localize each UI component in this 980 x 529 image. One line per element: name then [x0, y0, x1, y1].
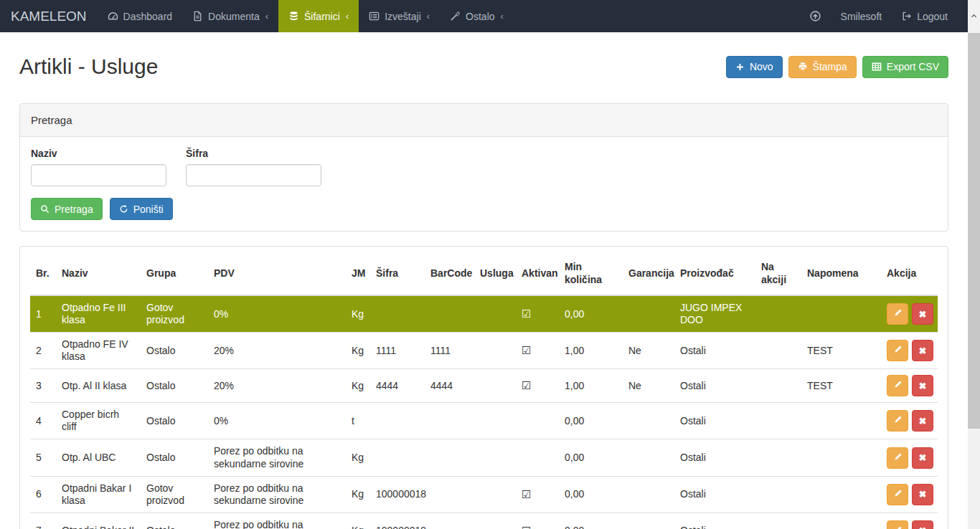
- cell-proizvodjac: Ostali: [674, 369, 755, 403]
- nav-company[interactable]: Smilesoft: [841, 11, 882, 22]
- cell-proizvodjac: Ostali: [674, 333, 755, 369]
- delete-button[interactable]: ✖: [912, 484, 933, 505]
- table-row[interactable]: 2 Otpadno FE IV klasa Ostalo 20% Kg 1111…: [30, 333, 938, 369]
- page-container: Artikli - Usluge Novo Štampa Export CSV …: [19, 51, 948, 529]
- stampa-button[interactable]: Štampa: [788, 56, 857, 78]
- cell-garancija: [623, 513, 674, 529]
- delete-button[interactable]: ✖: [912, 410, 933, 432]
- pretraga-button[interactable]: Pretraga: [31, 198, 103, 220]
- cell-na-akciji: [755, 295, 801, 333]
- sifra-field: Šifra: [186, 148, 321, 186]
- cell-napomena: [801, 295, 881, 333]
- cell-naziv: Otpadni Bakar I klasa: [56, 476, 141, 513]
- x-icon: ✖: [919, 310, 927, 319]
- search-icon: [40, 204, 50, 214]
- cell-pdv: 0%: [208, 295, 346, 333]
- edit-button[interactable]: [887, 340, 908, 361]
- x-icon: ✖: [919, 346, 927, 356]
- arrow-circle-up-icon[interactable]: [809, 10, 821, 22]
- navbar-right: Smilesoft Logout: [809, 0, 968, 32]
- cell-napomena: TEST: [801, 369, 881, 403]
- edit-button[interactable]: [887, 520, 908, 529]
- plus-icon: [735, 62, 745, 72]
- delete-button[interactable]: ✖: [912, 447, 933, 469]
- printer-icon: [798, 62, 808, 72]
- scrollbar-thumb[interactable]: [968, 33, 980, 429]
- cell-br: 3: [30, 369, 56, 403]
- cell-pdv: Porez po odbitku na sekundarne sirovine: [208, 439, 346, 476]
- cell-grupa: Gotov proizvod: [141, 295, 208, 333]
- edit-button[interactable]: [887, 484, 908, 505]
- stampa-label: Štampa: [813, 61, 847, 72]
- nav-item-ostalo[interactable]: Ostalo ‹: [440, 0, 514, 32]
- col-header-napomena: Napomena: [801, 252, 881, 295]
- table-row[interactable]: 3 Otp. Al II klasa Ostalo 20% Kg 4444 44…: [30, 369, 938, 403]
- pencil-icon: [893, 345, 903, 356]
- nav-item-sifarnici[interactable]: Šifarnici ‹: [278, 0, 359, 32]
- table-row[interactable]: 5 Otp. Al UBC Ostalo Porez po odbitku na…: [30, 439, 938, 476]
- delete-button[interactable]: ✖: [912, 340, 933, 361]
- angle-left-icon: ‹: [427, 11, 430, 22]
- cell-na-akciji: [755, 439, 801, 476]
- aktivan-checkbox-icon: ☑: [516, 513, 559, 529]
- cell-barcode: [425, 476, 474, 513]
- table-row[interactable]: 7 Otpadni Bakar II Ostalo Porez po odbit…: [30, 513, 938, 529]
- top-navbar: KAMELEON Dashboard Dokumenta ‹ Šifarnici…: [0, 0, 968, 32]
- nav-item-izvestaji[interactable]: Izveštaji ‹: [359, 0, 440, 32]
- cell-usluga: [474, 333, 516, 369]
- sifra-input[interactable]: [186, 164, 321, 186]
- angle-left-icon: ‹: [501, 11, 504, 22]
- cell-napomena: [801, 403, 881, 439]
- cell-min-kolicina: 1,00: [559, 333, 623, 369]
- search-panel: Pretraga Naziv Šifra Pretraga: [19, 103, 948, 232]
- col-header-barcode: BarCode: [425, 252, 474, 295]
- edit-button[interactable]: [887, 447, 908, 469]
- cell-barcode: [425, 403, 474, 439]
- delete-button[interactable]: ✖: [912, 375, 933, 396]
- edit-button[interactable]: [887, 375, 908, 396]
- vertical-scrollbar[interactable]: [968, 0, 980, 529]
- main-menu: Dashboard Dokumenta ‹ Šifarnici ‹ Izvešt…: [98, 0, 514, 32]
- angle-left-icon: ‹: [346, 11, 349, 22]
- brand[interactable]: KAMELEON: [0, 0, 98, 32]
- export-csv-button[interactable]: Export CSV: [862, 56, 948, 78]
- delete-button[interactable]: ✖: [912, 303, 933, 325]
- cell-grupa: Ostalo: [141, 369, 208, 403]
- x-icon: ✖: [919, 453, 927, 462]
- cell-grupa: Ostalo: [141, 439, 208, 476]
- scroll-up-button[interactable]: [968, 0, 980, 33]
- x-icon: ✖: [919, 381, 927, 391]
- chevron-up-icon: [970, 10, 978, 23]
- table-row[interactable]: 6 Otpadni Bakar I klasa Gotov proizvod P…: [30, 476, 938, 513]
- cell-grupa: Ostalo: [141, 333, 208, 369]
- cell-min-kolicina: 0,00: [559, 476, 623, 513]
- nav-label: Šifarnici: [304, 11, 340, 22]
- cell-br: 5: [30, 439, 56, 476]
- cell-garancija: Ne: [623, 333, 674, 369]
- table-icon: [872, 62, 882, 72]
- ponisti-label: Poništi: [133, 204, 164, 215]
- cell-proizvodjac: Ostali: [674, 403, 755, 439]
- col-header-pdv: PDV: [208, 252, 346, 295]
- table-row[interactable]: 1 Otpadno Fe III klasa Gotov proizvod 0%…: [30, 295, 938, 333]
- cell-jm: t: [346, 403, 370, 439]
- logout-button[interactable]: Logout: [901, 11, 948, 22]
- ponisti-button[interactable]: Poništi: [110, 198, 173, 220]
- nav-item-dokumenta[interactable]: Dokumenta ‹: [182, 0, 278, 32]
- cell-na-akciji: [755, 333, 801, 369]
- cell-napomena: TEST: [801, 333, 881, 369]
- angle-left-icon: ‹: [265, 11, 268, 22]
- nav-item-dashboard[interactable]: Dashboard: [98, 0, 183, 32]
- novo-button[interactable]: Novo: [726, 56, 783, 78]
- cell-usluga: [474, 403, 516, 439]
- pencil-icon: [893, 415, 903, 426]
- aktivan-checkbox-icon: ☑: [516, 369, 559, 403]
- cell-br: 6: [30, 476, 56, 513]
- table-row[interactable]: 4 Copper bicrh cliff Ostalo 0% t 0,00 Os…: [30, 403, 938, 439]
- naziv-input[interactable]: [31, 164, 166, 186]
- delete-button[interactable]: ✖: [912, 520, 933, 529]
- edit-button[interactable]: [887, 303, 908, 325]
- pencil-icon: [893, 380, 903, 391]
- edit-button[interactable]: [887, 410, 908, 432]
- cell-pdv: 20%: [208, 333, 346, 369]
